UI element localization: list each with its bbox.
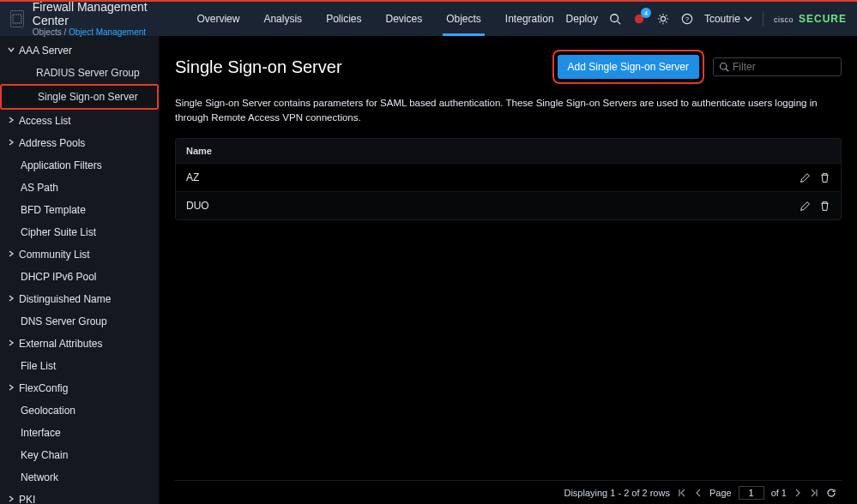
sidebar-item-label: Distinguished Name <box>19 293 111 305</box>
add-sso-server-button[interactable]: Add Single Sign-on Server <box>558 55 699 79</box>
sidebar-item-label: Interface <box>21 427 61 439</box>
chevron-icon <box>7 249 15 258</box>
page-title: Single Sign-on Server <box>175 57 342 77</box>
sidebar-item-label: Cipher Suite List <box>21 226 96 238</box>
sidebar-item-label: PKI <box>19 494 35 504</box>
trash-icon[interactable] <box>819 201 830 212</box>
page-next-icon[interactable] <box>794 488 802 498</box>
nav-policies[interactable]: Policies <box>314 2 373 36</box>
header-divider <box>763 11 763 27</box>
gear-icon[interactable] <box>656 12 670 26</box>
edit-icon[interactable] <box>800 201 811 212</box>
nav-integration[interactable]: Integration <box>493 2 566 36</box>
chevron-icon <box>7 294 15 303</box>
sidebar-item-label: DNS Server Group <box>21 315 107 327</box>
svg-line-2 <box>618 21 621 25</box>
search-icon <box>719 62 729 72</box>
refresh-icon[interactable] <box>826 488 836 498</box>
svg-point-1 <box>611 15 619 22</box>
top-nav: Overview Analysis Policies Devices Objec… <box>184 2 565 36</box>
nav-overview[interactable]: Overview <box>184 2 251 36</box>
sidebar-item-cipher-suite-list[interactable]: Cipher Suite List <box>0 221 159 243</box>
sidebar-item-label: Application Filters <box>21 159 102 171</box>
sidebar-item-label: Geolocation <box>21 405 75 417</box>
sidebar-item-flexconfig[interactable]: FlexConfig <box>0 377 159 399</box>
chevron-icon <box>7 116 15 124</box>
svg-point-7 <box>721 63 727 70</box>
sidebar-item-label: External Attributes <box>19 338 102 350</box>
main-content: Single Sign-on Server Add Single Sign-on… <box>160 36 857 504</box>
table-header-name: Name <box>176 139 841 163</box>
sidebar-item-dns-server-group[interactable]: DNS Server Group <box>0 310 159 333</box>
sidebar-item-file-list[interactable]: File List <box>0 355 159 377</box>
sidebar-item-single-sign-on-server[interactable]: Single Sign-on Server <box>0 84 159 110</box>
sidebar-item-pki[interactable]: PKI <box>0 489 159 504</box>
nav-analysis[interactable]: Analysis <box>251 2 314 36</box>
app-title: Firewall Management Center <box>33 1 151 27</box>
filter-box[interactable] <box>713 57 842 76</box>
table-footer: Displaying 1 - 2 of 2 rows Page of 1 <box>175 480 842 504</box>
sidebar-item-label: Key Chain <box>21 449 68 461</box>
deploy-link[interactable]: Deploy <box>566 13 598 25</box>
page-first-icon[interactable] <box>677 488 687 498</box>
sidebar-item-address-pools[interactable]: Address Pools <box>0 132 159 154</box>
brand-logo: cisco SECURE <box>774 13 847 25</box>
svg-line-8 <box>726 69 728 71</box>
breadcrumb-root[interactable]: Objects <box>33 27 62 37</box>
sidebar-item-aaa-server[interactable]: AAA Server <box>0 39 159 62</box>
row-name: DUO <box>186 200 800 212</box>
sidebar-item-network[interactable]: Network <box>0 466 159 489</box>
page-prev-icon[interactable] <box>694 488 703 498</box>
sidebar-item-radius-server-group[interactable]: RADIUS Server Group <box>0 62 159 84</box>
sidebar-item-label: DHCP IPv6 Pool <box>21 271 96 283</box>
breadcrumb-current[interactable]: Object Management <box>69 27 146 37</box>
chevron-icon <box>7 138 15 147</box>
row-actions <box>800 201 830 212</box>
app-logo[interactable] <box>10 10 24 27</box>
page-description: Single Sign-on Server contains parameter… <box>175 96 842 124</box>
row-summary: Displaying 1 - 2 of 2 rows <box>564 488 670 498</box>
sidebar-item-access-list[interactable]: Access List <box>0 110 159 132</box>
search-icon[interactable] <box>608 12 622 26</box>
row-name: AZ <box>186 171 800 183</box>
table-row[interactable]: DUO <box>176 191 841 219</box>
sidebar-item-label: Network <box>21 471 58 483</box>
sidebar-item-distinguished-name[interactable]: Distinguished Name <box>0 288 159 310</box>
sidebar-item-application-filters[interactable]: Application Filters <box>0 154 159 177</box>
nav-devices[interactable]: Devices <box>373 2 434 36</box>
user-menu[interactable]: Tcoutrie <box>704 13 752 25</box>
sidebar-item-external-attributes[interactable]: External Attributes <box>0 333 159 355</box>
page-last-icon[interactable] <box>809 488 819 498</box>
sidebar-item-interface[interactable]: Interface <box>0 422 159 444</box>
chevron-icon <box>7 383 15 392</box>
help-icon[interactable]: ? <box>680 12 694 26</box>
chevron-icon <box>7 339 15 347</box>
filter-input[interactable] <box>733 61 836 73</box>
sidebar-item-label: AAA Server <box>19 45 72 57</box>
svg-text:?: ? <box>685 15 690 23</box>
sidebar-item-community-list[interactable]: Community List <box>0 243 159 266</box>
sidebar: AAA ServerRADIUS Server GroupSingle Sign… <box>0 36 160 504</box>
sidebar-item-label: File List <box>21 360 56 372</box>
sidebar-item-as-path[interactable]: AS Path <box>0 177 159 199</box>
brand-secure: SECURE <box>799 13 847 25</box>
sidebar-item-bfd-template[interactable]: BFD Template <box>0 199 159 221</box>
chevron-icon <box>7 45 15 54</box>
chevron-icon <box>7 495 15 503</box>
edit-icon[interactable] <box>800 172 811 183</box>
table-row[interactable]: AZ <box>176 163 841 191</box>
page-label: Page <box>709 488 732 498</box>
breadcrumb: Objects / Object Management <box>33 27 151 37</box>
page-input[interactable] <box>739 486 764 500</box>
add-button-callout: Add Single Sign-on Server <box>552 50 704 84</box>
notifications-icon[interactable]: 4 <box>632 12 646 26</box>
sidebar-item-key-chain[interactable]: Key Chain <box>0 444 159 466</box>
sidebar-item-geolocation[interactable]: Geolocation <box>0 399 159 422</box>
nav-objects[interactable]: Objects <box>434 2 493 36</box>
sidebar-item-label: Single Sign-on Server <box>38 91 138 103</box>
sidebar-item-dhcp-ipv6-pool[interactable]: DHCP IPv6 Pool <box>0 266 159 288</box>
notification-badge: 4 <box>641 8 651 18</box>
trash-icon[interactable] <box>819 172 830 183</box>
sidebar-item-label: RADIUS Server Group <box>36 67 140 79</box>
sidebar-item-label: FlexConfig <box>19 382 68 394</box>
